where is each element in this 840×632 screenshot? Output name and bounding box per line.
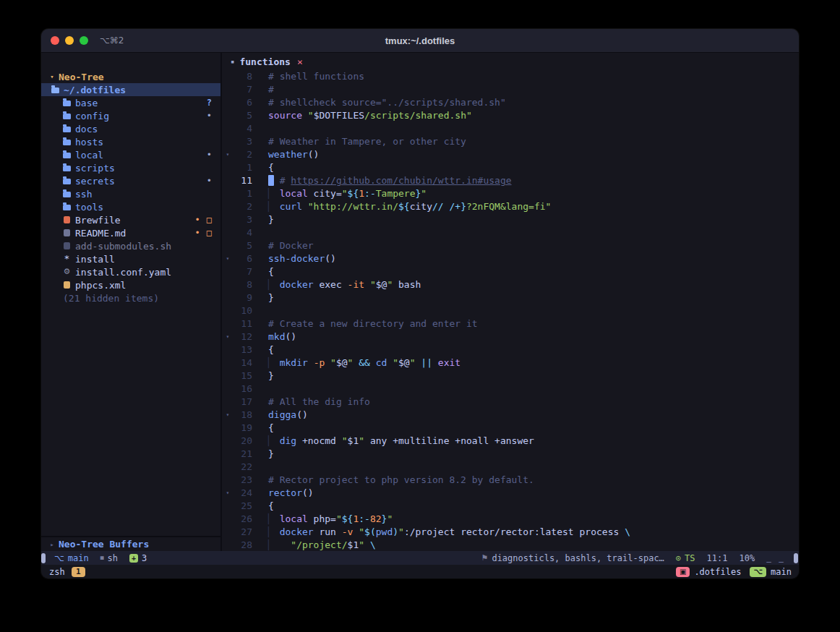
code-line[interactable]: 19{ [222,422,799,435]
code-line[interactable]: 1▏ local city="${1:-Tampere}" [222,187,799,200]
code-line[interactable]: 11# Create a new directory and enter it [222,317,799,330]
tree-item-scripts[interactable]: scripts [41,161,220,174]
code-line[interactable]: 21} [222,448,799,461]
neotree-source-header[interactable]: ▾ Neo-Tree [41,70,220,83]
line-number: 15 [233,370,252,383]
code-text: # shell functions [268,70,364,83]
code-line[interactable]: 17# All the dig info [222,396,799,409]
line-number: 2 [233,200,252,213]
code-line[interactable]: 8# shell functions [222,70,799,83]
code-text: } [268,448,274,461]
code-text: # Rector project to php version 8.2 by d… [268,474,534,487]
tree-item-Brewfile[interactable]: Brewfile•□ [41,213,220,226]
tree-item-tools[interactable]: tools [41,200,220,213]
close-tab-icon[interactable]: × [297,56,303,67]
tree-item-base[interactable]: base? [41,96,220,109]
window-titlebar[interactable]: ⌥⌘2 tmux:~/.dotfiles [41,29,799,53]
code-line[interactable]: 25{ [222,500,799,513]
tree-item-config[interactable]: config• [41,109,220,122]
tree-item-secrets[interactable]: secrets• [41,174,220,187]
tree-item-label: docs [75,124,98,134]
code-line[interactable]: ▾12mkd() [222,330,799,343]
code-line[interactable]: 15} [222,370,799,383]
tmux-session-name: .dotfiles [694,567,741,577]
folder-icon [63,127,71,132]
tree-item-phpcs.xml[interactable]: phpcs.xml [41,278,220,291]
close-window-button[interactable] [51,36,59,45]
git-status-badges: • [207,150,212,160]
file-type-icon: ▪ [231,58,234,65]
tree-item-label: install.conf.yaml [75,267,171,278]
code-line[interactable]: 1{ [222,161,799,174]
code-line[interactable]: 11 # https://github.com/chubin/wttr.in#u… [222,174,799,187]
git-branch-icon: ⌥ [54,553,64,563]
line-number: 13 [233,343,252,356]
line-number: 23 [233,474,252,487]
tree-item-ssh[interactable]: ssh [41,187,220,200]
code-line[interactable]: 22 [222,461,799,474]
chevron-right-icon: ▸ [47,541,57,548]
tree-item-install[interactable]: *install [41,252,220,265]
code-line[interactable]: 23# Rector project to php version 8.2 by… [222,474,799,487]
editor-pane: ▪ functions × 8# shell functions7#6# she… [222,53,799,551]
code-line[interactable]: ▾2weather() [222,148,799,161]
tree-item-README.md[interactable]: README.md•□ [41,226,220,239]
code-line[interactable]: 7# [222,83,799,96]
line-number: 21 [233,448,252,461]
code-line[interactable]: 5# Docker [222,239,799,252]
minimize-window-button[interactable] [65,36,74,45]
code-line[interactable]: ▾24rector() [222,487,799,500]
tree-item-hosts[interactable]: hosts [41,135,220,148]
line-number: 11 [233,317,252,330]
fold-marker: ▾ [222,330,233,343]
window-title: tmux:~/.dotfiles [385,35,455,46]
code-line[interactable]: ▾6ssh-docker() [222,252,799,265]
star-icon: * [63,255,71,263]
treesitter-indicator: ⊙ TS [676,553,695,563]
git-branch-name: main [68,553,89,563]
tree-root-item[interactable]: ~/.dotfiles [41,83,220,96]
line-number: 7 [233,83,252,96]
code-line[interactable]: 6# shellcheck source="../scripts/shared.… [222,96,799,109]
status-badge: • [207,150,212,160]
markdown-icon [64,229,70,236]
tree-item-docs[interactable]: docs [41,122,220,135]
code-line[interactable]: 4 [222,226,799,239]
tree-item-add-submodules.sh[interactable]: add-submodules.sh [41,239,220,252]
tree-item-label: base [75,98,98,108]
zoom-window-button[interactable] [80,36,88,45]
tmux-window-item[interactable]: zsh 1 [49,567,85,577]
code-text: # Weather in Tampere, or other city [268,135,466,148]
open-folder-icon [51,87,59,93]
statusline-left-cap [41,553,46,563]
code-line[interactable]: 14▏ mkdir -p "$@" && cd "$@" || exit [222,356,799,370]
code-line[interactable]: 27▏ docker run -v "$(pwd)":/project rect… [222,526,799,539]
tree-item-label: hosts [75,137,103,148]
tab-functions[interactable]: ▪ functions × [231,56,303,67]
code-line[interactable]: 8▏ docker exec -it "$@" bash [222,278,799,291]
statusline-right-cap [794,553,798,563]
code-line[interactable]: 3} [222,213,799,226]
code-line[interactable]: 5source "$DOTFILES/scripts/shared.sh" [222,109,799,122]
tree-item-local[interactable]: local• [41,148,220,161]
code-line[interactable]: 10 [222,304,799,317]
code-line[interactable]: 7{ [222,265,799,278]
code-line[interactable]: 9} [222,291,799,304]
code-line[interactable]: 28▏ "/project/$1" \ [222,539,799,551]
code-text: ▏ curl "http://wttr.in/${city// /+}?2nFQ… [268,200,551,213]
statusline: ⌥ main ■ sh + 3 ⚑ diagnosticls, bashls, … [41,551,799,565]
code-line[interactable]: ▾18digga() [222,409,799,422]
code-line[interactable]: 16 [222,383,799,396]
code-line[interactable]: 26▏ local php="${1:-82}" [222,513,799,526]
code-line[interactable]: 20▏ dig +nocmd "$1" any +multiline +noal… [222,435,799,448]
code-line[interactable]: 4 [222,122,799,135]
code-line[interactable]: 2▏ curl "http://wttr.in/${city// /+}?2nF… [222,200,799,213]
treesitter-label: TS [685,553,695,563]
tree-item-install.conf.yaml[interactable]: ⚙install.conf.yaml [41,265,220,278]
git-status-badges: •□ [195,215,212,225]
neotree-buffers-header[interactable]: ▸ Neo-Tree Buffers [41,536,220,551]
code-text: ▏ mkdir -p "$@" && cd "$@" || exit [268,356,460,370]
code-line[interactable]: 3# Weather in Tampere, or other city [222,135,799,148]
code-line[interactable]: 13{ [222,343,799,356]
tree-item-label: README.md [75,228,126,239]
